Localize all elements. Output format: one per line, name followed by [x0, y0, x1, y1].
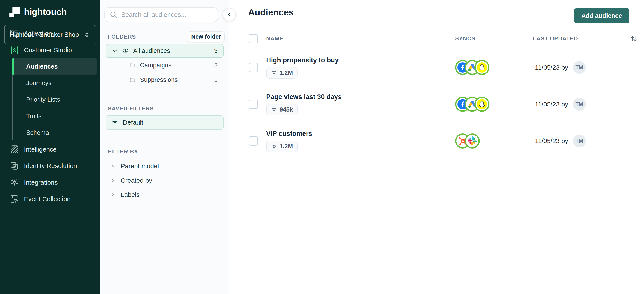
saved-filter-default[interactable]: Default: [106, 115, 224, 130]
workspace-name: Hightouch Sneaker Shop: [10, 31, 83, 38]
hightouch-logo-icon: [9, 7, 20, 18]
last-updated-cell: 11/05/23 by TM: [535, 61, 586, 74]
chevron-right-icon: [110, 163, 116, 169]
saved-filter-label: Default: [123, 119, 143, 126]
sidebar-item-label: Traits: [26, 113, 42, 120]
customer-studio-subnav: Audiences Journeys Priority Lists Traits…: [12, 58, 100, 141]
filter-by-label: Parent model: [121, 162, 159, 170]
panel-divider: [106, 92, 224, 92]
filter-by-title: FILTER BY: [108, 148, 138, 155]
identity-resolution-icon: [10, 161, 19, 171]
integrations-icon: [10, 177, 19, 187]
folder-campaigns[interactable]: Campaigns 2: [106, 59, 224, 72]
search-input[interactable]: [121, 11, 214, 18]
last-updated-text: 11/05/23 by: [535, 64, 568, 71]
last-updated-cell: 11/05/23 by TM: [535, 135, 586, 147]
audience-size-badge: 945k: [266, 104, 298, 115]
filter-by-labels[interactable]: Labels: [110, 188, 222, 202]
audience-name[interactable]: High propensity to buy: [266, 56, 339, 64]
folder-all-audiences[interactable]: All audiences 3: [106, 44, 224, 58]
last-updated-cell: 11/05/23 by TM: [535, 98, 586, 111]
sidebar-item-identity-resolution[interactable]: Identity Resolution: [0, 158, 100, 174]
users-icon: [271, 143, 277, 149]
slack-icon: [465, 133, 480, 149]
chevron-left-icon: [226, 12, 232, 18]
saved-filters-title: SAVED FILTERS: [108, 105, 154, 112]
row-checkbox[interactable]: [248, 136, 258, 146]
event-collection-icon: [10, 194, 19, 204]
chevron-up-down-icon: [83, 31, 90, 38]
filter-lines-icon: [112, 119, 118, 126]
sidebar-item-event-collection[interactable]: Event Collection: [0, 191, 100, 207]
snapchat-icon: [474, 97, 490, 112]
folder-icon: [129, 62, 136, 69]
filter-by-label: Created by: [121, 177, 152, 184]
avatar: TM: [573, 98, 586, 111]
users-icon: [271, 107, 277, 113]
folder-label: Suppressions: [140, 76, 214, 83]
chevron-down-icon: [112, 48, 118, 54]
folder-label: All audiences: [133, 47, 214, 54]
audience-name[interactable]: VIP customers: [266, 130, 312, 138]
sidebar-item-label: Priority Lists: [26, 96, 60, 103]
select-all-checkbox[interactable]: [248, 34, 258, 44]
workspace-selector[interactable]: Hightouch Sneaker Shop: [4, 25, 96, 45]
audience-name[interactable]: Page views last 30 days: [266, 93, 342, 101]
sidebar-item-priority-lists[interactable]: Priority Lists: [12, 91, 97, 108]
folder-label: Campaigns: [140, 62, 214, 69]
table-row[interactable]: VIP customers 1.2M: [229, 123, 644, 159]
table-row[interactable]: Page views last 30 days 945k: [229, 86, 644, 123]
filter-by-parent-model[interactable]: Parent model: [110, 159, 222, 173]
table-row[interactable]: High propensity to buy 1.2M: [229, 49, 644, 86]
sidebar-item-integrations[interactable]: Integrations: [0, 174, 100, 191]
row-checkbox[interactable]: [248, 63, 258, 72]
audience-table-rows: High propensity to buy 1.2M: [229, 49, 644, 159]
snapchat-icon: [474, 60, 490, 75]
sync-destinations: [455, 60, 490, 75]
panel-divider: [106, 137, 224, 137]
main-content: Audiences Add audience NAME SYNCS LAST U…: [229, 0, 644, 294]
sidebar-item-schema[interactable]: Schema: [12, 124, 97, 141]
filter-panel: FOLDERS New folder All audiences 3 Campa…: [100, 0, 229, 294]
folder-count: 3: [214, 47, 218, 54]
collapse-panel-button[interactable]: [222, 8, 236, 21]
search-box: [104, 7, 218, 22]
new-folder-button[interactable]: New folder: [188, 31, 224, 42]
sidebar-item-label: Integrations: [24, 179, 58, 186]
row-checkbox[interactable]: [248, 100, 258, 109]
sidebar: hightouch Hightouch Sneaker Shop Activat…: [0, 0, 100, 294]
folder-count: 2: [214, 62, 218, 69]
sidebar-item-traits[interactable]: Traits: [12, 108, 97, 124]
last-updated-text: 11/05/23 by: [535, 101, 568, 108]
page-title: Audiences: [248, 7, 294, 18]
sidebar-item-journeys[interactable]: Journeys: [12, 75, 97, 91]
sidebar-item-label: Audiences: [26, 63, 58, 70]
sidebar-item-label: Event Collection: [24, 195, 71, 203]
sidebar-item-label: Schema: [26, 129, 49, 136]
audience-size: 945k: [280, 106, 293, 113]
logo-wordmark: hightouch: [24, 7, 66, 17]
filter-by-created-by[interactable]: Created by: [110, 173, 222, 188]
column-header-name: NAME: [266, 35, 284, 42]
sidebar-item-label: Intelligence: [24, 146, 57, 153]
column-header-last-updated: LAST UPDATED: [533, 35, 578, 42]
folder-count: 1: [214, 76, 218, 83]
avatar: TM: [573, 61, 586, 74]
app-root: hightouch Hightouch Sneaker Shop Activat…: [0, 0, 644, 294]
add-audience-button[interactable]: Add audience: [574, 8, 630, 23]
audience-users-icon: [122, 48, 129, 54]
users-icon: [271, 70, 277, 76]
column-header-syncs: SYNCS: [455, 35, 476, 42]
audience-size-badge: 1.2M: [266, 67, 298, 79]
folder-suppressions[interactable]: Suppressions 1: [106, 73, 224, 87]
sidebar-item-label: Journeys: [26, 80, 52, 87]
folder-icon: [129, 77, 136, 83]
sidebar-item-audiences[interactable]: Audiences: [12, 58, 97, 75]
audience-name-block: High propensity to buy 1.2M: [266, 56, 339, 79]
sidebar-item-label: Customer Studio: [24, 47, 72, 54]
chevron-right-icon: [110, 178, 116, 183]
sort-icon[interactable]: [629, 34, 638, 43]
chevron-right-icon: [110, 192, 116, 197]
audience-size: 1.2M: [280, 69, 293, 76]
sidebar-item-intelligence[interactable]: Intelligence: [0, 141, 100, 158]
